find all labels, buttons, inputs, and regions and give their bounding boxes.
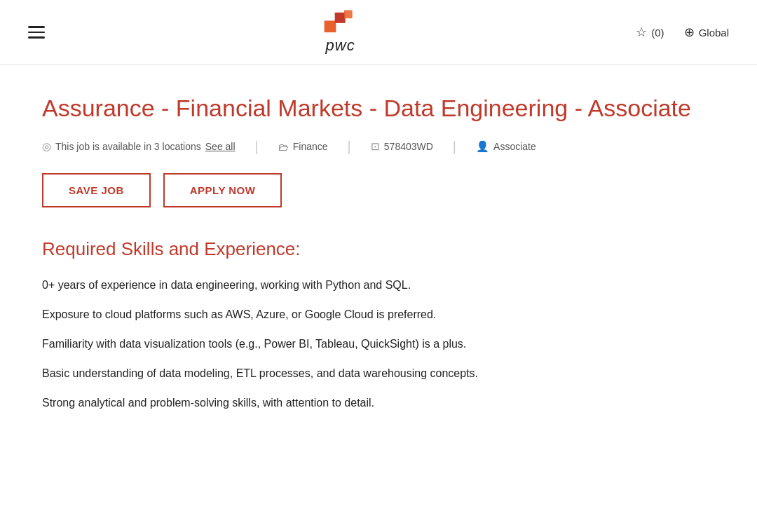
pwc-logo-icon [323, 10, 358, 35]
skills-list: 0+ years of experience in data engineeri… [42, 277, 715, 411]
nav-right: ☆ (0) ⊕ Global [636, 25, 729, 40]
pwc-logo: pwc [323, 10, 358, 55]
job-location: ◎ This job is available in 3 locations S… [42, 140, 236, 153]
list-item: Basic understanding of data modeling, ET… [42, 365, 715, 382]
see-all-link[interactable]: See all [205, 141, 236, 152]
job-level-label: Associate [493, 141, 536, 152]
skills-section-heading: Required Skills and Experience: [42, 238, 715, 260]
saved-count-label: (0) [651, 27, 664, 39]
apply-now-button[interactable]: Apply Now [163, 173, 282, 207]
action-buttons: Save Job Apply Now [42, 173, 715, 207]
job-department-label: Finance [293, 141, 328, 152]
briefcase-icon: ⊡ [371, 140, 380, 153]
navbar: pwc ☆ (0) ⊕ Global [0, 0, 757, 65]
person-icon: 👤 [476, 140, 489, 153]
svg-rect-2 [344, 11, 353, 19]
main-content: Assurance - Financial Markets - Data Eng… [0, 65, 757, 439]
list-item: Familiarity with data visualization tool… [42, 336, 715, 353]
job-location-text: This job is available in 3 locations [55, 141, 201, 152]
nav-left [28, 26, 45, 39]
hamburger-menu-button[interactable] [28, 26, 45, 39]
pwc-wordmark: pwc [326, 36, 355, 55]
meta-divider-2: | [348, 139, 351, 155]
meta-divider-1: | [255, 139, 259, 155]
nav-center: pwc [323, 10, 358, 55]
global-selector-button[interactable]: ⊕ Global [684, 25, 729, 40]
folder-icon: 🗁 [278, 141, 289, 153]
job-id-label: 578403WD [384, 141, 433, 152]
save-job-button[interactable]: Save Job [42, 173, 151, 207]
job-level: 👤 Associate [476, 140, 536, 153]
location-icon: ◎ [42, 140, 51, 153]
saved-jobs-button[interactable]: ☆ (0) [636, 25, 664, 40]
list-item: Exposure to cloud platforms such as AWS,… [42, 306, 715, 323]
list-item: Strong analytical and problem-solving sk… [42, 395, 715, 411]
job-id: ⊡ 578403WD [371, 140, 433, 153]
star-icon: ☆ [636, 25, 647, 40]
svg-rect-1 [334, 13, 345, 23]
job-title: Assurance - Financial Markets - Data Eng… [42, 93, 715, 123]
global-label: Global [699, 27, 729, 39]
job-meta: ◎ This job is available in 3 locations S… [42, 139, 715, 155]
meta-divider-3: | [453, 139, 456, 155]
skills-section: Required Skills and Experience: 0+ years… [42, 238, 715, 411]
globe-icon: ⊕ [684, 25, 695, 40]
list-item: 0+ years of experience in data engineeri… [42, 277, 715, 294]
job-department: 🗁 Finance [278, 141, 328, 153]
svg-rect-0 [324, 21, 336, 33]
